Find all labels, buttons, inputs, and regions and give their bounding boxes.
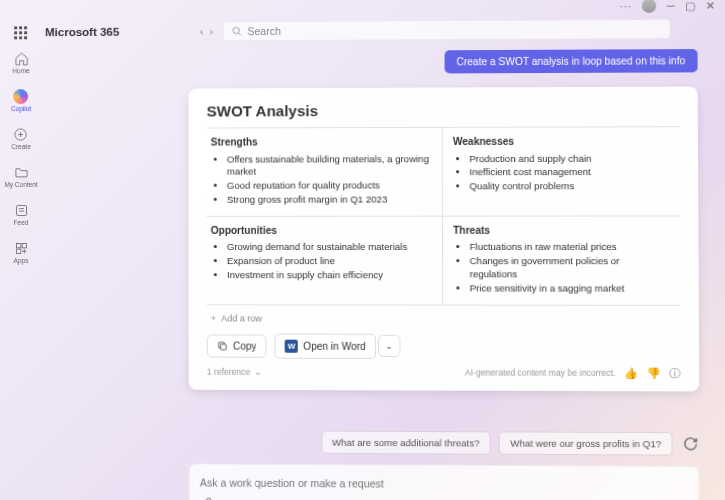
swot-cell-weaknesses: Weaknesses Production and supply chain I… <box>442 127 680 216</box>
chevron-down-icon: ⌄ <box>254 367 262 377</box>
suggestion-chip[interactable]: What are some additional threats? <box>321 430 491 454</box>
svg-rect-6 <box>16 249 20 253</box>
references-toggle[interactable]: 1 reference ⌄ <box>207 367 263 377</box>
suggestion-chip[interactable]: What were our gross profits in Q1? <box>499 431 673 455</box>
attach-button[interactable] <box>200 497 213 500</box>
sidebar-item-label: Feed <box>14 219 29 226</box>
swot-cell-threats: Threats Fluctuations in raw material pri… <box>442 216 680 305</box>
swot-item: Strong gross profit margin in Q1 2023 <box>227 193 432 206</box>
sidebar-item-label: Home <box>12 67 29 74</box>
swot-table: Strengths Offers sustainable building ma… <box>207 126 681 305</box>
open-word-label: Open in Word <box>303 340 365 351</box>
open-in-word-button[interactable]: W Open in Word <box>275 333 376 358</box>
swot-cell-strengths: Strengths Offers sustainable building ma… <box>207 128 442 217</box>
swot-item: Good reputation for quality products <box>227 179 432 192</box>
sidebar-item-label: My Content <box>4 181 37 188</box>
swot-item: Inefficient cost management <box>469 166 669 179</box>
sidebar: Home Copilot Create My Content Feed Apps <box>0 44 42 266</box>
nav-forward[interactable]: › <box>209 25 213 37</box>
svg-rect-4 <box>16 243 20 247</box>
suggestion-row: What are some additional threats? What w… <box>189 430 700 456</box>
search-input[interactable]: Search <box>223 19 671 41</box>
svg-rect-5 <box>22 243 26 247</box>
more-menu[interactable]: ··· <box>620 0 632 11</box>
references-label: 1 reference <box>207 367 250 377</box>
sidebar-item-label: Apps <box>14 257 29 264</box>
word-icon: W <box>285 339 298 352</box>
search-icon <box>232 26 242 36</box>
ai-disclaimer: AI-generated content may be incorrect. <box>465 367 616 378</box>
composer <box>189 463 700 500</box>
svg-rect-3 <box>16 205 26 215</box>
sidebar-item-mycontent[interactable]: My Content <box>4 162 37 190</box>
folder-icon <box>13 164 29 180</box>
swot-item: Price sensitivity in a sagging market <box>470 282 670 295</box>
info-icon[interactable]: ⓘ <box>669 365 680 380</box>
add-row-label: Add a row <box>221 313 262 323</box>
brand: Microsoft 365 <box>45 26 119 38</box>
plus-icon: + <box>211 313 216 323</box>
card-actions: Copy W Open in Word ⌄ <box>207 333 681 359</box>
copy-icon <box>217 340 228 351</box>
refresh-icon <box>682 436 698 451</box>
swot-heading: Weaknesses <box>453 134 669 148</box>
sidebar-item-home[interactable]: Home <box>12 48 29 76</box>
swot-item: Expansion of product line <box>227 255 432 268</box>
sidebar-item-label: Copilot <box>11 105 31 112</box>
refresh-suggestions-button[interactable] <box>681 434 700 452</box>
swot-item: Changes in government policies or regula… <box>470 255 670 281</box>
swot-cell-opportunities: Opportunities Growing demand for sustain… <box>207 216 442 305</box>
swot-item: Offers sustainable building materials, a… <box>227 153 432 179</box>
nav-arrows: ‹ › <box>200 25 213 37</box>
nav-back[interactable]: ‹ <box>200 25 204 37</box>
create-icon <box>13 126 29 142</box>
minimize-button[interactable]: ─ <box>667 0 675 12</box>
sidebar-item-feed[interactable]: Feed <box>13 200 29 228</box>
sidebar-item-copilot[interactable]: Copilot <box>11 86 31 114</box>
swot-item: Production and supply chain <box>469 152 669 165</box>
thumbs-down-icon[interactable]: 👎 <box>646 366 660 379</box>
paperclip-icon <box>200 497 213 500</box>
swot-heading: Threats <box>453 223 669 237</box>
header: Microsoft 365 ‹ › Search <box>0 14 725 46</box>
sidebar-item-create[interactable]: Create <box>11 124 31 152</box>
assistant-card: SWOT Analysis Strengths Offers sustainab… <box>188 87 699 391</box>
apps-icon <box>13 240 29 256</box>
chat-main: Create a SWOT analysis in loop based on … <box>188 49 699 500</box>
swot-item: Growing demand for sustainable materials <box>227 241 432 254</box>
sidebar-item-label: Create <box>11 143 30 150</box>
svg-rect-7 <box>221 344 227 350</box>
app-launcher-icon[interactable] <box>14 26 27 39</box>
sidebar-item-apps[interactable]: Apps <box>13 238 29 266</box>
close-button[interactable]: ✕ <box>706 0 715 12</box>
svg-line-1 <box>239 33 241 35</box>
avatar[interactable] <box>642 0 656 13</box>
svg-point-0 <box>234 27 240 33</box>
swot-item: Fluctuations in raw material prices <box>470 241 670 254</box>
search-placeholder: Search <box>247 25 281 37</box>
copy-button[interactable]: Copy <box>207 334 267 357</box>
feed-icon <box>13 202 29 218</box>
maximize-button[interactable]: ▢ <box>685 0 695 12</box>
open-in-word-dropdown[interactable]: ⌄ <box>378 335 400 357</box>
swot-item: Quality control problems <box>469 180 669 193</box>
home-icon <box>13 50 29 66</box>
add-row-button[interactable]: + Add a row <box>211 313 680 324</box>
swot-item: Investment in supply chain efficiency <box>227 269 432 282</box>
chevron-down-icon: ⌄ <box>385 341 393 351</box>
swot-title: SWOT Analysis <box>207 101 680 120</box>
swot-heading: Strengths <box>211 135 432 149</box>
card-footer: 1 reference ⌄ AI-generated content may b… <box>207 364 681 381</box>
thumbs-up-icon[interactable]: 👍 <box>624 366 638 379</box>
composer-input[interactable] <box>200 476 688 491</box>
copilot-icon <box>13 88 29 104</box>
swot-heading: Opportunities <box>211 223 432 237</box>
copy-label: Copy <box>233 340 257 351</box>
user-message: Create a SWOT analysis in loop based on … <box>444 49 697 73</box>
